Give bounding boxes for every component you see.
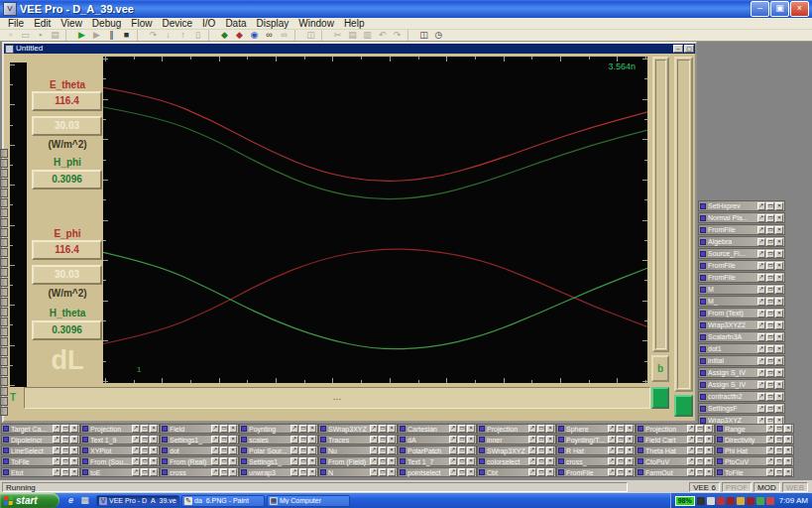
minimized-object-target-ca[interactable]: Target Ca...↗▭× [1, 424, 80, 434]
close-icon[interactable]: × [775, 238, 783, 246]
close-icon[interactable]: × [150, 425, 158, 433]
shrink-icon[interactable]: ▭ [766, 405, 774, 413]
menu-device[interactable]: Device [157, 18, 197, 30]
minimized-object-collapsed[interactable] [0, 387, 8, 396]
minimized-object-collapsed[interactable] [0, 318, 8, 326]
toolbar-step-over-button[interactable]: ↷ [146, 30, 161, 41]
vertical-scrollbar[interactable] [674, 57, 693, 392]
minimized-object-collapsed[interactable] [0, 268, 8, 277]
minimize-icon[interactable]: – [751, 1, 769, 17]
close-icon[interactable]: × [775, 214, 783, 222]
minimized-object-fromfile[interactable]: FromFile↗▭× [556, 467, 636, 477]
toolbar-clear-breakpoints-button[interactable]: ▯ [190, 30, 205, 41]
close-icon[interactable]: × [775, 405, 783, 413]
close-icon[interactable]: × [546, 446, 554, 454]
minimized-object-poynting[interactable]: Poynting↗▭× [239, 424, 318, 434]
shrink-icon[interactable]: ▭ [220, 436, 228, 444]
restore-icon[interactable]: ↗ [757, 321, 765, 329]
restore-icon[interactable]: ↗ [53, 457, 60, 465]
shrink-icon[interactable]: ▭ [766, 321, 774, 329]
shrink-icon[interactable]: ▭ [299, 436, 307, 444]
shrink-icon[interactable]: ▭ [696, 457, 704, 465]
restore-icon[interactable]: ↗ [370, 457, 378, 465]
close-icon[interactable]: × [467, 468, 475, 476]
shrink-icon[interactable]: ▭ [299, 446, 307, 454]
minimized-object-initial[interactable]: initial↗▭× [698, 355, 785, 366]
minimized-object-nu[interactable]: Nu↗▭× [318, 445, 398, 455]
minimized-object-scalarfn3a[interactable]: Scalarfn3A↗▭× [698, 331, 785, 342]
close-icon[interactable]: × [775, 202, 783, 210]
restore-icon[interactable]: ↗ [757, 250, 765, 258]
menu-view[interactable]: View [56, 18, 87, 30]
close-icon[interactable]: × [775, 250, 783, 258]
shrink-icon[interactable]: ▭ [379, 446, 387, 454]
tray-app1-icon[interactable] [747, 497, 754, 505]
minimized-object-etot[interactable]: Etot↗▭× [1, 467, 80, 477]
minimized-object-tofile[interactable]: ToFile↗▭× [1, 456, 80, 466]
minimized-object-collapsed[interactable] [0, 367, 8, 376]
close-icon[interactable]: × [229, 436, 237, 444]
toolbar-find-next-button[interactable]: ∞ [277, 30, 291, 41]
clock[interactable]: 7:09 AM [779, 496, 808, 505]
restore-icon[interactable]: ↗ [766, 436, 774, 444]
minimized-object-poynting-t[interactable]: Poynting/T...↗▭× [556, 435, 636, 444]
toolbar-find-button[interactable]: ∞ [262, 30, 277, 41]
restore-icon[interactable]: ↗ [449, 468, 457, 476]
minimized-object-collapsed[interactable] [0, 218, 8, 227]
task-da-6-png-paint[interactable]: ✎da_6.PNG - Paint [181, 495, 265, 507]
minimized-object-inner[interactable]: inner↗▭× [477, 435, 556, 444]
close-icon[interactable]: × [626, 446, 634, 454]
restore-icon[interactable]: ↗ [757, 357, 765, 365]
close-icon[interactable]: × [467, 457, 475, 465]
restore-icon[interactable]: ↗ [132, 468, 140, 476]
restore-icon[interactable]: ↗ [687, 425, 695, 433]
restore-icon[interactable]: ↗ [757, 369, 765, 377]
close-icon[interactable]: × [705, 436, 713, 444]
tray-app3-icon[interactable] [766, 497, 774, 505]
shrink-icon[interactable]: ▭ [617, 425, 625, 433]
shrink-icon[interactable]: ▭ [766, 393, 774, 401]
close-icon[interactable]: × [705, 425, 713, 433]
shrink-icon[interactable]: ▭ [61, 457, 69, 465]
shrink-icon[interactable]: ▭ [766, 250, 774, 258]
shrink-icon[interactable]: ▭ [537, 446, 545, 454]
minimized-object-collapsed[interactable] [0, 308, 8, 317]
shrink-icon[interactable]: ▭ [775, 425, 783, 433]
shrink-icon[interactable]: ▭ [141, 457, 149, 465]
shrink-icon[interactable]: ▭ [766, 286, 774, 294]
minimized-object-collapsed[interactable] [0, 258, 8, 267]
close-icon[interactable]: × [784, 425, 792, 433]
toolbar-print-button[interactable]: ▤ [48, 30, 62, 41]
menu-window[interactable]: Window [293, 18, 339, 30]
tray-plug-icon[interactable] [697, 497, 705, 505]
minimized-object-cross[interactable]: cross↗▭× [160, 467, 239, 477]
close-icon[interactable]: × [775, 274, 783, 282]
minimized-object-text-1-9[interactable]: Text 1_9↗▭× [80, 435, 160, 444]
minimized-object-collapsed[interactable] [0, 337, 8, 346]
close-icon[interactable]: × [626, 468, 634, 476]
minimized-object-theta-hat[interactable]: Theta Hat↗▭× [636, 445, 715, 455]
minimized-object-fromfile[interactable]: FromFile↗▭× [698, 272, 785, 283]
restore-icon[interactable]: ↗ [687, 446, 695, 454]
close-icon[interactable]: × [388, 446, 396, 454]
shrink-icon[interactable]: ▭ [766, 381, 774, 389]
minimized-object-pointselect[interactable]: pointselect↗▭× [398, 467, 477, 477]
restore-icon[interactable]: ↗ [449, 436, 457, 444]
minimized-object-cross[interactable]: cross_↗▭× [556, 456, 636, 466]
minimized-object-projection[interactable]: Projection↗▭× [636, 424, 715, 434]
restore-icon[interactable]: ↗ [757, 286, 765, 294]
shrink-icon[interactable]: ▭ [696, 468, 704, 476]
menu-edit[interactable]: Edit [29, 18, 56, 30]
shrink-icon[interactable]: ▭ [61, 425, 69, 433]
restore-icon[interactable]: ↗ [290, 436, 298, 444]
minimize-icon[interactable]: – [673, 45, 683, 53]
close-icon[interactable]: × [150, 446, 158, 454]
restore-icon[interactable]: ↗ [528, 436, 536, 444]
restore-icon[interactable]: ↗ [757, 345, 765, 353]
restore-icon[interactable]: ↗ [132, 436, 140, 444]
minimized-object-text-1-7[interactable]: Text 1_7↗▭× [398, 456, 477, 466]
restore-icon[interactable]: ↗ [757, 202, 765, 210]
green-button[interactable] [651, 387, 669, 409]
minimized-object-scales[interactable]: scales↗▭× [239, 435, 318, 444]
shrink-icon[interactable]: ▭ [379, 468, 387, 476]
